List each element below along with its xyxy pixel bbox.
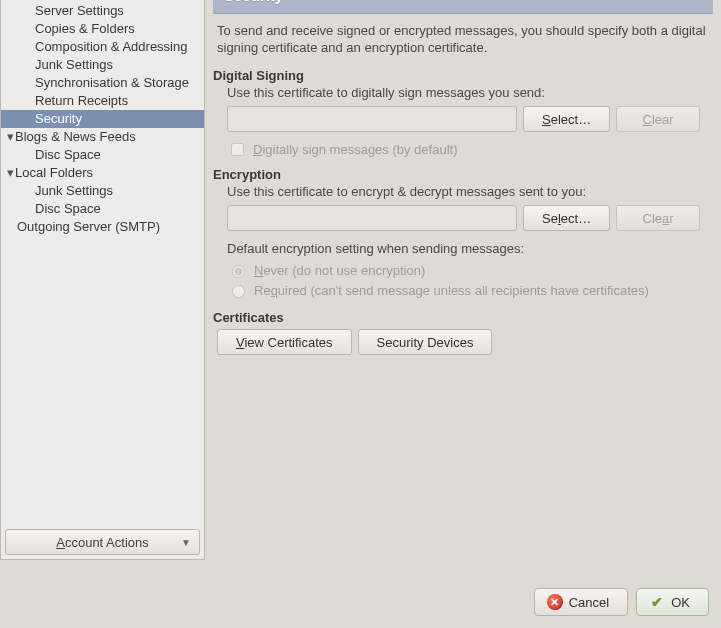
encryption-select-button[interactable]: Select… (523, 205, 610, 231)
sidebar-item-outgoing-server[interactable]: Outgoing Server (SMTP) (1, 218, 204, 236)
ok-icon: ✔ (649, 594, 665, 610)
sidebar-item-server-settings[interactable]: Server Settings (1, 2, 204, 20)
encryption-default-label: Default encryption setting when sending … (213, 233, 713, 260)
encryption-cert-input[interactable] (227, 205, 517, 231)
sidebar-item-disc-space[interactable]: Disc Space (1, 146, 204, 164)
ok-label: OK (671, 595, 690, 610)
sidebar-item-local-folders[interactable]: ▾Local Folders (1, 164, 204, 182)
dialog-footer: ✕ Cancel ✔ OK (534, 588, 709, 616)
sidebar-item-composition-addressing[interactable]: Composition & Addressing (1, 38, 204, 56)
sidebar-item-return-receipts[interactable]: Return Receipts (1, 92, 204, 110)
signing-clear-button[interactable]: Clear (616, 106, 700, 132)
sidebar-item-disc-space-2[interactable]: Disc Space (1, 200, 204, 218)
security-devices-button[interactable]: Security Devices (358, 329, 493, 355)
sidebar-item-security[interactable]: Security (1, 110, 204, 128)
sidebar-item-copies-folders[interactable]: Copies & Folders (1, 20, 204, 38)
panel-description: To send and receive signed or encrypted … (213, 14, 713, 62)
account-actions-button[interactable]: Account Actions ▼ (5, 529, 200, 555)
section-digital-signing: Digital Signing (213, 62, 713, 85)
encryption-subtext: Use this certificate to encrypt & decryp… (213, 184, 713, 203)
main-panel: Security To send and receive signed or e… (205, 0, 721, 560)
sidebar-item-junk-settings-2[interactable]: Junk Settings (1, 182, 204, 200)
encryption-never-label: Never (do not use encryption) (254, 263, 425, 278)
signing-select-button[interactable]: Select… (523, 106, 610, 132)
section-certificates: Certificates (213, 300, 713, 327)
sign-default-label: Digitally sign messages (by default) (253, 142, 457, 157)
sidebar-item-synchronisation-storage[interactable]: Synchronisation & Storage (1, 74, 204, 92)
tree-twisty-icon[interactable]: ▾ (5, 129, 15, 145)
cancel-icon: ✕ (547, 594, 563, 610)
panel-title: Security (213, 0, 713, 14)
sidebar-item-blogs-news-feeds[interactable]: ▾Blogs & News Feeds (1, 128, 204, 146)
encryption-required-radio[interactable] (232, 285, 245, 298)
ok-button[interactable]: ✔ OK (636, 588, 709, 616)
signing-cert-input[interactable] (227, 106, 517, 132)
cancel-button[interactable]: ✕ Cancel (534, 588, 628, 616)
account-tree: Server Settings Copies & Folders Composi… (1, 0, 204, 527)
encryption-required-label: Required (can't send message unless all … (254, 283, 649, 298)
sidebar-item-label: Local Folders (15, 165, 93, 180)
account-actions-label: Account Actions (56, 535, 149, 550)
cancel-label: Cancel (569, 595, 609, 610)
encryption-clear-button[interactable]: Clear (616, 205, 700, 231)
sidebar-item-label: Blogs & News Feeds (15, 129, 136, 144)
sidebar-item-junk-settings[interactable]: Junk Settings (1, 56, 204, 74)
tree-twisty-icon[interactable]: ▾ (5, 165, 15, 181)
section-encryption: Encryption (213, 161, 713, 184)
view-certificates-button[interactable]: View Certificates (217, 329, 352, 355)
sign-default-checkbox[interactable] (231, 143, 244, 156)
signing-subtext: Use this certificate to digitally sign m… (213, 85, 713, 104)
chevron-down-icon: ▼ (181, 537, 191, 548)
sidebar: Server Settings Copies & Folders Composi… (0, 0, 205, 560)
encryption-never-radio[interactable] (232, 265, 245, 278)
